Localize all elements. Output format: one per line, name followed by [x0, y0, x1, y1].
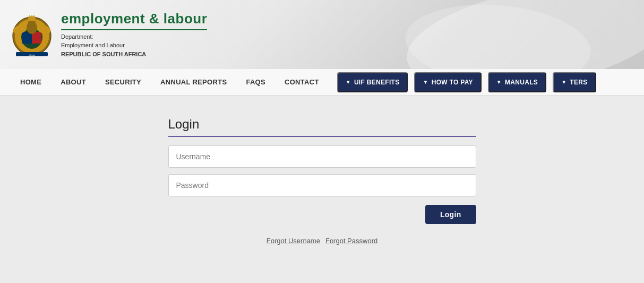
nav-dropdowns: ▼ UIF BENEFITS ▼ HOW TO PAY ▼ MANUALS ▼ …: [334, 72, 596, 92]
logo-area: uBuntu employment & labour Department: E…: [11, 11, 207, 59]
login-title: Login: [168, 117, 476, 137]
login-btn-row: Login: [168, 205, 476, 224]
chevron-down-icon: ▼: [346, 79, 351, 85]
nav-dropdown-uif-benefits[interactable]: ▼ UIF BENEFITS: [337, 72, 408, 92]
nav-dropdown-manuals[interactable]: ▼ MANUALS: [488, 72, 546, 92]
chevron-down-icon: ▼: [561, 79, 566, 85]
nav-dropdown-how-to-pay[interactable]: ▼ HOW TO PAY: [414, 72, 481, 92]
svg-rect-10: [28, 18, 36, 21]
nav-item-contact[interactable]: CONTACT: [275, 69, 329, 96]
main-content: Login Login Forgot Username Forgot Passw…: [0, 96, 644, 283]
nav-item-about[interactable]: ABOUT: [51, 69, 96, 96]
username-input[interactable]: [168, 145, 476, 168]
nav-item-faqs[interactable]: FAQS: [236, 69, 275, 96]
chevron-down-icon: ▼: [496, 79, 502, 85]
password-input[interactable]: [168, 174, 476, 196]
brand-text: employment & labour Department: Employme…: [61, 11, 207, 59]
nav-dropdown-ters[interactable]: ▼ TERS: [553, 72, 596, 92]
brand-name: employment & labour: [61, 11, 207, 30]
login-button[interactable]: Login: [425, 205, 476, 224]
navbar: HOME ABOUT SECURITY ANNUAL REPORTS FAQS …: [0, 69, 644, 96]
svg-marker-13: [32, 15, 36, 18]
login-form: Login: [168, 145, 476, 224]
dept-text: Department: Employment and Labour REPUBL…: [61, 32, 207, 59]
nav-item-home[interactable]: HOME: [11, 69, 51, 96]
svg-text:uBuntu: uBuntu: [29, 54, 36, 56]
forgot-username-link[interactable]: Forgot Username: [267, 237, 320, 245]
nav-item-annual-reports[interactable]: ANNUAL REPORTS: [151, 69, 236, 96]
nav-item-security[interactable]: SECURITY: [96, 69, 151, 96]
site-header: uBuntu employment & labour Department: E…: [0, 0, 644, 69]
forgot-links: Forgot Username Forgot Password: [168, 237, 476, 245]
login-card: Login Login Forgot Username Forgot Passw…: [168, 117, 476, 262]
forgot-password-link[interactable]: Forgot Password: [325, 237, 377, 245]
chevron-down-icon: ▼: [423, 79, 428, 85]
coat-of-arms-icon: uBuntu: [11, 11, 53, 58]
